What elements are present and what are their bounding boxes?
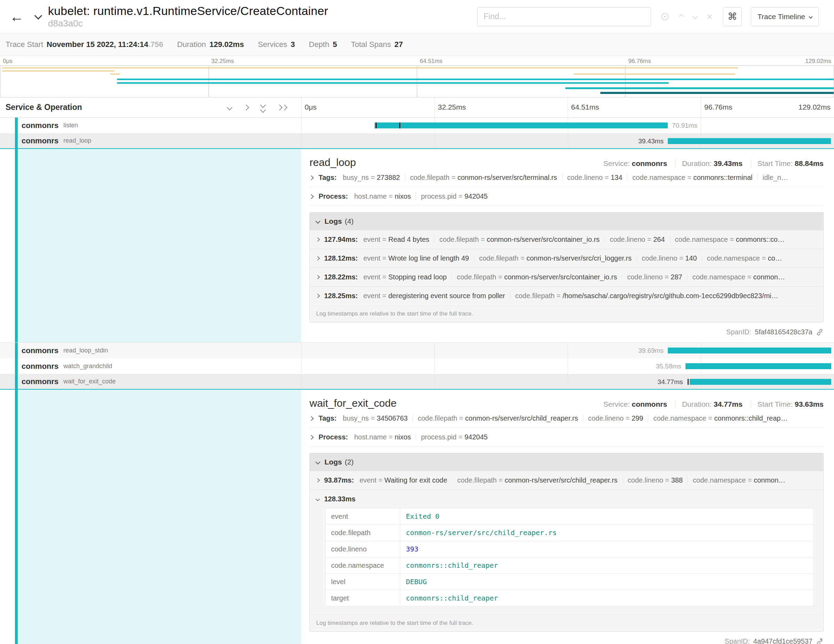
log-timestamp: 128.33ms: [324, 495, 356, 503]
meta-duration-value: 34.77ms: [714, 400, 742, 408]
log-entry[interactable]: 128.25ms: eventderegistering event sourc…: [310, 286, 823, 305]
self-time-tick: [399, 123, 400, 128]
kv-key: host.name: [354, 433, 387, 441]
log-timestamp: 93.87ms:: [324, 476, 354, 484]
kv-value: Stopping read loop: [380, 273, 447, 281]
trace-view-selector[interactable]: Trace Timeline: [751, 7, 819, 26]
find-prev-icon[interactable]: [679, 14, 684, 19]
log-entry[interactable]: 93.87ms: eventWaiting for exit codecode.…: [310, 471, 823, 490]
span-detail-content: wait_for_exit_code Service: conmonrs Dur…: [301, 390, 834, 644]
log-entry-expanded[interactable]: 128.33ms event Exited 0 code.filepath: [310, 490, 823, 615]
span-row-wait-for-exit-code[interactable]: conmonrs wait_for_exit_code 34.77ms: [0, 374, 834, 390]
kv-value: 34506763: [369, 414, 407, 422]
log-entry[interactable]: 128.12ms: eventWrote log line of length …: [310, 249, 823, 267]
top-bar: ← kubelet: runtime.v1.RuntimeService/Cre…: [0, 0, 834, 33]
expand-collapse-controls: [228, 103, 286, 112]
tags-accordion[interactable]: Tags: busy_ns273882code.filepathconmon-r…: [310, 168, 824, 187]
logs-section: Logs (4) 127.94ms: eventRead 4 bytescode…: [310, 212, 824, 322]
kv-item: code.namespaceconmonrs::co…: [670, 236, 785, 243]
chevron-right-icon: [310, 175, 314, 180]
collapse-all-icon[interactable]: [261, 103, 265, 112]
span-row-watch-grandchild[interactable]: conmonrs watch_grandchild 35.58ms: [0, 358, 834, 374]
logs-header[interactable]: Logs (2): [310, 453, 823, 471]
logs-section: Logs (2) 93.87ms: eventWaiting for exit …: [310, 453, 824, 632]
page-title: kubelet: runtime.v1.RuntimeService/Creat…: [48, 4, 328, 18]
service-name: conmonrs: [21, 346, 58, 355]
table-value-cell: conmonrs::child_reaper: [400, 557, 813, 574]
logs-header[interactable]: Logs (4): [310, 213, 823, 230]
span-row-listen[interactable]: conmonrs listen 70.91ms: [0, 118, 834, 133]
detail-left-rail: [0, 390, 301, 644]
span-duration-label: 39.43ms: [638, 133, 664, 149]
log-detail-table: event Exited 0 code.filepath conmon-rs/s…: [325, 508, 813, 607]
collapse-header-chevron-icon[interactable]: [36, 14, 41, 20]
log-fields: eventWrote log line of length 49code.fil…: [364, 254, 782, 262]
process-accordion[interactable]: Process: host.namenixosprocess.pid942045: [310, 428, 824, 447]
kv-value: /home/sascha/.cargo/registry/src/github.…: [555, 292, 778, 299]
log-entry[interactable]: 128.22ms: eventStopping read loopcode.fi…: [310, 267, 823, 286]
logs-title: Logs: [325, 217, 342, 225]
find-next-icon[interactable]: [692, 14, 698, 19]
span-detail-read-loop: read_loop Service: conmonrs Duration: 39…: [0, 149, 834, 343]
table-value: conmonrs::child_reaper: [406, 594, 498, 602]
service-color-bar: [15, 343, 18, 358]
kv-item: process.pid942045: [415, 193, 488, 200]
depth-value: 5: [333, 40, 337, 49]
table-row: code.namespace conmonrs::child_reaper: [325, 557, 813, 574]
chevron-right-icon: [315, 237, 320, 242]
service-name: conmonrs: [21, 136, 58, 146]
duration-label: Duration: [177, 40, 206, 49]
expand-all-icon[interactable]: [278, 105, 286, 110]
span-bar[interactable]: [685, 363, 832, 369]
kv-key: busy_ns: [343, 414, 369, 422]
meta-service-value: conmonrs: [632, 159, 668, 167]
kv-key: event: [364, 273, 380, 281]
back-icon[interactable]: ←: [10, 10, 24, 24]
meta-duration-value: 39.43ms: [714, 159, 742, 167]
table-row: level DEBUG: [325, 574, 813, 590]
minimap-canvas[interactable]: [0, 65, 834, 97]
trace-start-label: Trace Start: [6, 40, 43, 49]
kv-value: 388: [663, 476, 683, 484]
kv-key: event: [364, 254, 380, 262]
meta-service-value: conmonrs: [632, 400, 668, 408]
log-entry-header[interactable]: 128.33ms: [316, 495, 817, 503]
find-clear-icon[interactable]: ×: [707, 11, 713, 22]
kv-value: Waiting for exit code: [377, 476, 447, 484]
span-row-read-loop-stdin[interactable]: conmonrs read_loop_stdin 39.69ms: [0, 343, 834, 358]
kv-item: code.filepathconmon-rs/server/src/cri_lo…: [474, 254, 632, 262]
operation-name: wait_for_exit_code: [63, 378, 115, 385]
span-bar[interactable]: [668, 138, 831, 144]
table-value: Exited 0: [406, 512, 439, 521]
tags-list: busy_ns273882code.filepathconmon-rs/serv…: [343, 174, 788, 181]
log-entry[interactable]: 127.94ms: eventRead 4 bytescode.filepath…: [310, 230, 823, 249]
kv-key: code.filepath: [457, 273, 496, 281]
table-value: 393: [406, 545, 419, 553]
copy-link-icon[interactable]: [816, 638, 824, 644]
focus-target-icon[interactable]: [660, 12, 670, 21]
span-bar[interactable]: [375, 123, 668, 128]
span-meta: Service: conmonrs Duration: 39.43ms Star…: [603, 159, 824, 168]
find-input[interactable]: [477, 7, 651, 26]
kv-value: 299: [624, 414, 643, 422]
span-bar[interactable]: [690, 379, 832, 385]
kv-item: code.lineno264: [604, 236, 664, 243]
collapse-one-icon[interactable]: [227, 104, 233, 110]
span-duration-label: 34.77ms: [658, 374, 683, 390]
kv-value: conmonrs::terminal: [685, 174, 753, 181]
process-accordion[interactable]: Process: host.namenixosprocess.pid942045: [310, 187, 824, 206]
logs-footnote: Log timestamps are relative to the start…: [310, 615, 823, 631]
span-bar[interactable]: [668, 348, 831, 353]
kv-item: code.lineno140: [637, 254, 697, 262]
span-detail-content: read_loop Service: conmonrs Duration: 39…: [301, 149, 834, 342]
tags-accordion[interactable]: Tags: busy_ns34506763code.filepathconmon…: [310, 409, 824, 428]
span-timeline-cell: 70.91ms: [301, 118, 834, 133]
keyboard-shortcuts-button[interactable]: ⌘: [723, 7, 742, 26]
copy-link-icon[interactable]: [816, 328, 824, 336]
log-timestamp: 127.94ms:: [324, 236, 358, 244]
span-row-read-loop[interactable]: conmonrs read_loop 39.43ms: [0, 133, 834, 149]
operation-name: read_loop: [63, 137, 91, 144]
process-list: host.namenixosprocess.pid942045: [354, 193, 488, 201]
kv-key: code.namespace: [653, 414, 706, 422]
expand-one-icon[interactable]: [244, 104, 249, 110]
